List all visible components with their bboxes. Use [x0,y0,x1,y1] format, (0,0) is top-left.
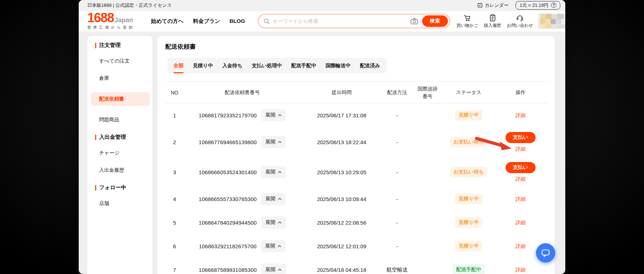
detail-link[interactable]: 詳細 [516,176,526,182]
chat-button[interactable] [536,243,555,263]
col-no: NO [165,90,184,96]
table-row: 6 1068632921182675700 展開 2025 [165,234,548,258]
expand-label: 展開 [265,219,275,226]
nav-link[interactable]: BLOG [229,18,245,25]
row-index: 4 [165,196,184,202]
purchase-history-label: 購入履歴 [484,23,501,29]
sidebar-item[interactable]: 問題商品 [87,117,152,123]
sidebar-item[interactable]: 入出金履歴 [87,167,152,173]
row-index: 5 [165,220,184,226]
submitted-time: 2025/04/18 04:45:18 [301,267,383,273]
submitted-time: 2025/06/12 12:01:09 [301,243,383,249]
camera-icon [410,17,419,25]
page-title: 配送依頼書 [165,43,548,50]
nav-link[interactable]: 料金プラン [193,18,220,25]
request-number: 1068632921182675700 [199,243,257,249]
expand-button[interactable]: 展開 [261,240,286,252]
sidebar-item[interactable]: 店舗 [87,200,152,207]
pay-button[interactable]: 支払い [506,162,536,173]
status-tab[interactable]: 国際輸送中 [326,58,351,73]
section-accent-bar [95,43,96,48]
search-button[interactable]: 検索 [422,15,448,27]
sidebar-item-label: すべての注文 [99,58,130,64]
sidebar-item[interactable]: フォロー中 [87,184,152,191]
shipping-method: - [383,112,411,118]
col-tracking: 国際追跡番号 [411,85,444,100]
expand-button[interactable]: 展開 [261,264,286,274]
expand-label: 展開 [265,139,275,145]
search-bar: 検索 [258,14,450,28]
status-tabs: 全部 見積り中 入金待ち 支払い処理中 配送手配中 国際輸送中 配送済み [167,58,386,73]
sidebar-item-label: 配送依頼書 [99,96,124,102]
col-request-number: 配送依頼書番号 [184,89,301,96]
sidebar-item[interactable]: 注文管理 [87,42,152,49]
cart-link[interactable]: 買い物かご [457,14,478,29]
status-badge: お支払い待ち [450,137,488,147]
chevron-up-icon [278,171,282,173]
status-badge: 見積り中 [455,110,482,121]
requests-table: NO 配送依頼書番号 提出時間 配送方法 国際追跡番号 ステータス 操作 1 1… [165,82,548,274]
request-number: 1068677694665139800 [199,139,257,145]
table-header: NO 配送依頼書番号 提出時間 配送方法 国際追跡番号 ステータス 操作 [165,82,548,103]
browser-window: 日本版1688 | 公式認定・正式ライセンス カレンダー 1元 = 21.19円… [79,0,565,274]
status-badge: 見積り中 [455,194,482,204]
logo[interactable]: 1688 Japan 世界工場から直卸 [87,13,142,30]
detail-link[interactable]: 詳細 [516,146,526,152]
app-header: 1688 Japan 世界工場から直卸 始めての方へ 料金プラン BLOG [79,11,565,31]
row-index: 3 [165,169,184,175]
table-row: 4 1068665557330765300 展開 2025 [165,187,548,211]
shipping-method: 航空輸送 [383,266,411,273]
sidebar-item[interactable]: 倉庫 [87,75,152,82]
expand-button[interactable]: 展開 [261,109,286,121]
detail-link[interactable]: 詳細 [516,267,526,273]
chevron-up-icon [278,198,282,200]
exchange-rate-pill: 1元 = 21.19円 ? [516,1,560,10]
expand-button[interactable]: 展開 [261,166,286,178]
table-row: 3 1068666053524301400 展開 2025 [165,157,548,187]
section-accent-bar [95,134,96,140]
row-index: 7 [165,267,184,273]
status-tab[interactable]: 見積り中 [193,58,213,73]
status-tab[interactable]: 入金待ち [222,58,242,73]
main-panel: 配送依頼書 全部 見積り中 入金待ち 支払い処理中 配送手配中 国際輸送中 配送… [157,36,555,274]
col-actions: 操作 [494,89,547,96]
detail-link[interactable]: 詳細 [516,196,526,202]
sidebar-item[interactable]: チャージ [87,150,152,156]
chevron-up-icon [278,141,282,143]
detail-link[interactable]: 詳細 [516,220,526,225]
clipboard-icon [489,14,497,22]
status-tab[interactable]: 全部 [174,58,184,73]
expand-button[interactable]: 展開 [261,193,286,205]
contact-label: お問い合わせ [507,23,533,29]
calendar-icon [477,3,483,8]
nav-link[interactable]: 始めての方へ [151,18,184,25]
sidebar-item-label: 注文管理 [99,42,121,49]
detail-link[interactable]: 詳細 [516,243,526,249]
status-tab[interactable]: 配送手配中 [291,58,316,73]
main-nav: 始めての方へ 料金プラン BLOG [151,18,245,25]
search-icon [264,18,270,24]
expand-button[interactable]: 展開 [261,136,286,148]
calendar-link[interactable]: カレンダー [477,2,508,9]
sidebar-item[interactable]: 配送依頼書 [91,92,150,106]
status-tab[interactable]: 配送済み [360,58,380,73]
row-index: 1 [165,112,184,118]
detail-link[interactable]: 詳細 [516,112,526,118]
sidebar-item[interactable]: 入出金管理 [87,134,152,141]
contact-link[interactable]: お問い合わせ [507,14,533,29]
status-tab[interactable]: 支払い処理中 [252,58,282,73]
search-input[interactable] [273,18,410,24]
expand-label: 展開 [265,169,275,175]
pay-button[interactable]: 支払い [506,132,536,143]
status-badge: 配送手配中 [453,264,485,274]
help-icon[interactable]: ? [551,3,556,8]
sidebar-item[interactable]: すべての注文 [87,58,152,64]
logo-tagline: 世界工場から直卸 [87,25,142,30]
col-method: 配送方法 [383,89,411,96]
table-row: 7 1066687589831085300 展開 2025 [165,258,548,274]
image-search-button[interactable] [410,17,419,25]
user-account-blurred[interactable] [538,13,565,29]
shipping-method: - [383,196,411,202]
purchase-history-link[interactable]: 購入履歴 [484,14,501,29]
expand-button[interactable]: 展開 [261,216,286,229]
